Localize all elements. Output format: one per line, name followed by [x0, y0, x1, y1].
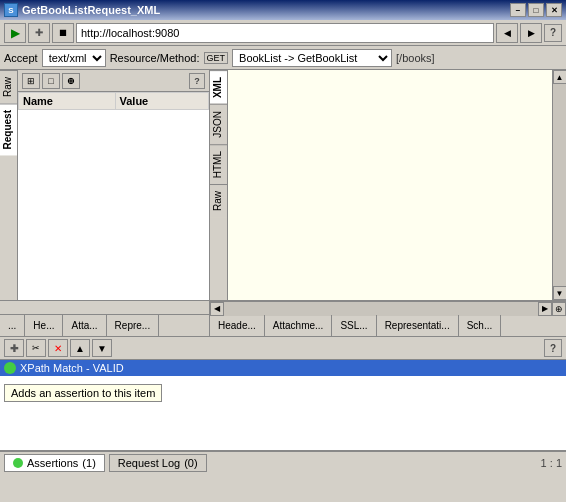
right-panel: XML JSON HTML Raw ▲ ▼ [210, 70, 566, 300]
scroll-track [553, 84, 567, 286]
scroll-right-button[interactable]: ▶ [538, 302, 552, 316]
schema-tab[interactable]: Sch... [459, 315, 502, 336]
assertions-tab-count: (1) [82, 457, 95, 469]
accept-select[interactable]: text/xml [42, 49, 106, 67]
html-tab[interactable]: HTML [210, 144, 227, 184]
title-bar: S GetBookListRequest_XML − □ ✕ [0, 0, 566, 20]
json-tab[interactable]: JSON [210, 104, 227, 144]
resource-select[interactable]: BookList -> GetBookList [232, 49, 392, 67]
raw-response-tab[interactable]: Raw [210, 184, 227, 217]
assertions-tab-label: Assertions [27, 457, 78, 469]
headers-right-tab[interactable]: Heade... [210, 315, 265, 336]
request-log-label: Request Log [118, 457, 180, 469]
left-toolbar: ⊞ □ ⊕ ? [18, 70, 209, 92]
add-button[interactable]: ✚ [28, 23, 50, 43]
assertions-help-button[interactable]: ? [544, 339, 562, 357]
vertical-scrollbar[interactable]: ▲ ▼ [552, 70, 566, 300]
grid-view-button[interactable]: ⊞ [22, 73, 40, 89]
status-bar: Assertions (1) Request Log (0) 1 : 1 [0, 450, 566, 474]
move-up-button[interactable]: ▲ [70, 339, 90, 357]
ssl-tab[interactable]: SSL... [332, 315, 376, 336]
h-scrollbar[interactable]: ◀ ▶ ⊕ [210, 301, 566, 315]
resource-path: [/books] [396, 52, 435, 64]
add-assertion-button[interactable]: ✚ [4, 339, 24, 357]
attachments-tab[interactable]: Atta... [63, 315, 106, 336]
request-log-tab[interactable]: Request Log (0) [109, 454, 207, 472]
zoom-button[interactable]: ⊕ [552, 302, 566, 316]
left-spacer [0, 301, 210, 314]
assertions-toolbar: ✚ ✂ ✕ ▲ ▼ ? [0, 336, 566, 360]
request-log-count: (0) [184, 457, 197, 469]
h-scroll-container: ◀ ▶ ⊕ [0, 300, 566, 314]
left-main: ⊞ □ ⊕ ? Name Value [18, 70, 209, 300]
back-button[interactable]: ◀ [496, 23, 518, 43]
response-area [228, 70, 552, 300]
delete-assertion-button[interactable]: ✕ [48, 339, 68, 357]
url-input[interactable] [76, 23, 494, 43]
headers-tab[interactable]: He... [25, 315, 63, 336]
list-view-button[interactable]: □ [42, 73, 60, 89]
params-table: Name Value [18, 92, 209, 300]
window-title: GetBookListRequest_XML [22, 4, 510, 16]
assertion-tooltip: Adds an assertion to this item [4, 384, 162, 402]
right-sidebar-tabs: XML JSON HTML Raw [210, 70, 228, 300]
accept-label: Accept [4, 52, 38, 64]
toolbar-help-button[interactable]: ? [544, 24, 562, 42]
move-down-button[interactable]: ▼ [92, 339, 112, 357]
maximize-button[interactable]: □ [528, 3, 544, 17]
request-tab[interactable]: Request [0, 103, 17, 155]
assertion-label: XPath Match - VALID [20, 362, 124, 374]
representations-tab[interactable]: Repre... [107, 315, 160, 336]
panel-bottom-tabs: ... He... Atta... Repre... Heade... Atta… [0, 314, 566, 336]
left-panel: Raw Request ⊞ □ ⊕ ? Name Value [0, 70, 210, 300]
main-content: Raw Request ⊞ □ ⊕ ? Name Value [0, 70, 566, 300]
right-main [228, 70, 552, 300]
close-button[interactable]: ✕ [546, 3, 562, 17]
scroll-left-button[interactable]: ◀ [210, 302, 224, 316]
attachments-right-tab[interactable]: Attachme... [265, 315, 333, 336]
assertions-status-dot [13, 458, 23, 468]
left-help-button[interactable]: ? [189, 73, 205, 89]
assertion-status-icon [4, 362, 16, 374]
app-icon: S [4, 3, 18, 17]
forward-button[interactable]: ▶ [520, 23, 542, 43]
value-column-header: Value [115, 93, 209, 110]
options-bar: Accept text/xml Resource/Method: GET Boo… [0, 46, 566, 70]
add-param-button[interactable]: ⊕ [62, 73, 80, 89]
window-controls: − □ ✕ [510, 3, 562, 17]
minimize-button[interactable]: − [510, 3, 526, 17]
right-panel-tabs: Heade... Attachme... SSL... Representati… [210, 315, 566, 336]
assertion-item[interactable]: XPath Match - VALID [0, 360, 566, 376]
cursor-position: 1 : 1 [541, 457, 562, 469]
left-panel-tabs: ... He... Atta... Repre... [0, 315, 210, 336]
main-toolbar: ▶ ✚ ⏹ ◀ ▶ ? [0, 20, 566, 46]
cut-assertion-button[interactable]: ✂ [26, 339, 46, 357]
representations-right-tab[interactable]: Representati... [377, 315, 459, 336]
assertions-status-tab[interactable]: Assertions (1) [4, 454, 105, 472]
name-column-header: Name [19, 93, 116, 110]
ellipsis-tab[interactable]: ... [0, 315, 25, 336]
left-sidebar-tabs: Raw Request [0, 70, 18, 300]
raw-tab[interactable]: Raw [0, 70, 17, 103]
assertions-list: XPath Match - VALID Adds an assertion to… [0, 360, 566, 450]
h-scroll-track [224, 302, 538, 316]
http-method-badge: GET [204, 52, 229, 64]
xml-tab[interactable]: XML [210, 70, 227, 104]
scroll-down-button[interactable]: ▼ [553, 286, 567, 300]
stop-button[interactable]: ⏹ [52, 23, 74, 43]
resource-method-label: Resource/Method: [110, 52, 200, 64]
scroll-up-button[interactable]: ▲ [553, 70, 567, 84]
run-button[interactable]: ▶ [4, 23, 26, 43]
